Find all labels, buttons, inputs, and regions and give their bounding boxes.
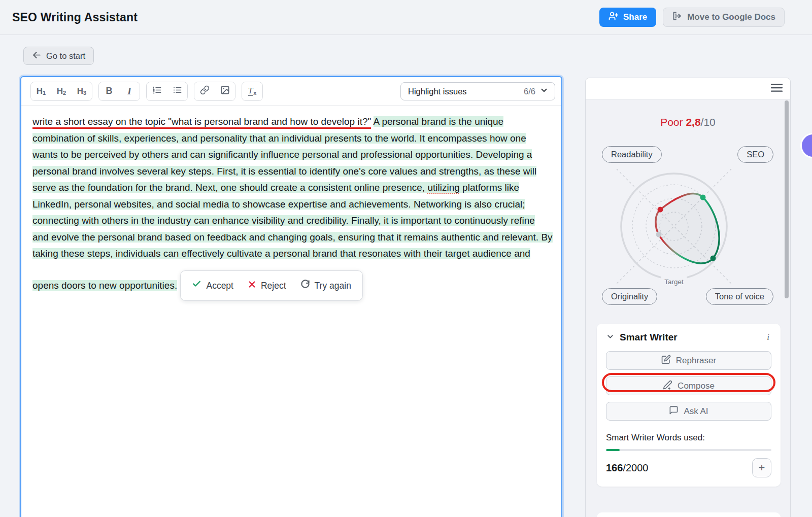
words-used-progress-bar: [606, 449, 771, 451]
words-used-count: 166/2000: [606, 462, 648, 474]
ordered-list-button[interactable]: [147, 82, 167, 100]
topbar-actions: Share Move to Google Docs: [599, 8, 785, 27]
clear-formatting-icon: Tx: [248, 86, 257, 96]
heading-group: H1 H2 H3: [30, 82, 92, 101]
score-value: 2,8: [686, 116, 700, 128]
rephraser-label: Rephraser: [676, 356, 716, 366]
tone-of-voice-dot: [710, 256, 716, 261]
check-icon: [192, 278, 201, 294]
edit-icon: [661, 355, 671, 367]
rephraser-button[interactable]: Rephraser: [606, 351, 771, 370]
bullet-list-icon: [173, 85, 182, 97]
ordered-list-icon: [152, 85, 162, 97]
sidebar-header: [586, 78, 790, 99]
chat-icon: [669, 405, 679, 418]
highlight-issues-dropdown[interactable]: Highlight issues 6/6: [400, 82, 555, 100]
editor-toolbar: H1 H2 H3 B I: [21, 77, 561, 106]
readability-dot: [658, 207, 663, 213]
score-blob: [656, 194, 719, 264]
h2-button[interactable]: H2: [51, 82, 72, 100]
clear-group: Tx: [242, 82, 263, 101]
arrow-left-icon: [32, 50, 42, 62]
words-used-progress-fill: [606, 449, 620, 451]
score-sidebar: Poor 2,8/10 Readability SEO Originality …: [585, 78, 791, 517]
go-to-start-label: Go to start: [46, 51, 85, 61]
seo-dot: [700, 195, 706, 200]
smart-writer-card: Smart Writer i Rephraser Compos: [597, 324, 781, 487]
compose-label: Compose: [678, 381, 715, 391]
bullet-list-button[interactable]: [167, 82, 187, 100]
go-to-start-button[interactable]: Go to start: [23, 47, 94, 65]
ask-ai-button[interactable]: Ask AI: [606, 402, 771, 421]
score-gauge: Target: [586, 164, 791, 291]
seo-pill[interactable]: SEO: [737, 146, 773, 163]
info-icon[interactable]: i: [767, 332, 771, 342]
smart-writer-title: Smart Writer: [620, 332, 678, 343]
insert-image-button[interactable]: [215, 82, 235, 100]
words-used-footer: 166/2000 +: [606, 458, 771, 477]
originality-dot: [656, 232, 662, 237]
clear-formatting-button[interactable]: Tx: [242, 82, 262, 100]
editor-panel: H1 H2 H3 B I: [20, 76, 562, 517]
magic-pen-icon: [663, 380, 672, 392]
generated-essay-text: A personal brand is the unique combinati…: [32, 116, 553, 291]
highlight-issues-count: 6/6: [524, 87, 535, 96]
move-to-google-docs-button[interactable]: Move to Google Docs: [663, 8, 785, 27]
reject-button[interactable]: Reject: [248, 278, 286, 294]
accept-label: Accept: [206, 278, 233, 294]
overall-score: Poor 2,8/10: [586, 116, 790, 128]
score-label: Poor: [660, 116, 683, 128]
try-again-button[interactable]: Try again: [300, 278, 351, 294]
format-group: B I: [98, 82, 140, 101]
readability-pill[interactable]: Readability: [602, 146, 662, 163]
editor-text-area[interactable]: write a short essay on the topic "what i…: [21, 106, 561, 301]
insert-group: [194, 82, 235, 101]
page-title: SEO Writing Assistant: [12, 11, 138, 24]
smart-writer-header[interactable]: Smart Writer i: [606, 332, 771, 343]
score-suffix: /10: [701, 116, 716, 128]
share-button[interactable]: Share: [599, 8, 656, 27]
top-bar: SEO Writing Assistant Share Move to Goog…: [0, 0, 812, 35]
person-plus-icon: [608, 11, 619, 24]
words-used-label: Smart Writer Words used:: [606, 433, 771, 443]
chevron-down-icon: [539, 86, 549, 97]
image-icon: [220, 85, 230, 97]
floating-assistant-button[interactable]: [800, 133, 812, 158]
refresh-icon: [300, 278, 310, 294]
move-to-google-docs-label: Move to Google Docs: [687, 12, 775, 22]
share-button-label: Share: [623, 12, 647, 22]
h3-button[interactable]: H3: [72, 82, 92, 100]
next-card-peek: [597, 512, 781, 517]
chevron-down-icon: [606, 332, 615, 343]
bold-button[interactable]: B: [99, 82, 119, 100]
italic-button[interactable]: I: [119, 82, 140, 100]
ask-ai-label: Ask AI: [684, 406, 708, 417]
accept-button[interactable]: Accept: [192, 278, 233, 294]
prompt-text: write a short essay on the topic "what i…: [32, 116, 371, 129]
list-group: [146, 82, 188, 101]
reject-label: Reject: [261, 278, 286, 294]
x-icon: [248, 278, 256, 294]
menu-icon[interactable]: [771, 83, 783, 94]
target-label: Target: [664, 278, 684, 286]
link-button[interactable]: [194, 82, 215, 100]
export-icon: [672, 11, 683, 24]
try-again-label: Try again: [315, 278, 351, 294]
compose-button[interactable]: Compose: [606, 376, 771, 395]
add-words-button[interactable]: +: [752, 458, 771, 477]
h1-button[interactable]: H1: [31, 82, 51, 100]
highlight-issues-label: Highlight issues: [408, 87, 467, 96]
ai-suggestion-actions: Accept Reject Try again: [180, 270, 362, 301]
link-icon: [200, 85, 210, 97]
